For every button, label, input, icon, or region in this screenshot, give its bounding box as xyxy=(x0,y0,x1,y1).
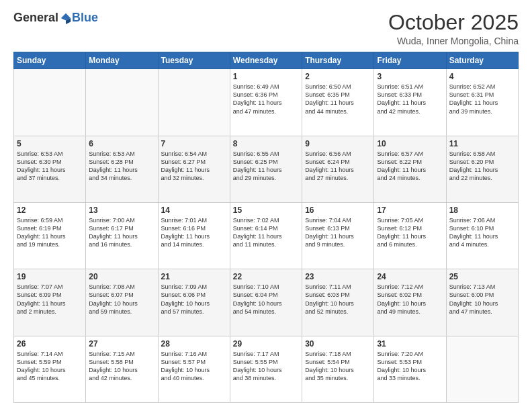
day-info: Sunrise: 7:11 AM Sunset: 6:03 PM Dayligh… xyxy=(305,283,371,316)
table-row: 7Sunrise: 6:54 AM Sunset: 6:27 PM Daylig… xyxy=(158,136,230,202)
table-row: 17Sunrise: 7:05 AM Sunset: 6:12 PM Dayli… xyxy=(374,202,446,269)
table-row: 1Sunrise: 6:49 AM Sunset: 6:36 PM Daylig… xyxy=(230,69,302,136)
table-row: 15Sunrise: 7:02 AM Sunset: 6:14 PM Dayli… xyxy=(230,202,302,269)
calendar-week-row-1: 5Sunrise: 6:53 AM Sunset: 6:30 PM Daylig… xyxy=(14,136,519,202)
table-row: 31Sunrise: 7:20 AM Sunset: 5:53 PM Dayli… xyxy=(374,336,446,402)
day-info: Sunrise: 7:13 AM Sunset: 6:00 PM Dayligh… xyxy=(449,283,515,316)
day-number: 6 xyxy=(89,139,154,148)
table-row: 27Sunrise: 7:15 AM Sunset: 5:58 PM Dayli… xyxy=(86,336,158,402)
table-row: 4Sunrise: 6:52 AM Sunset: 6:31 PM Daylig… xyxy=(446,69,518,136)
header-saturday: Saturday xyxy=(446,52,518,69)
day-info: Sunrise: 7:00 AM Sunset: 6:17 PM Dayligh… xyxy=(89,216,154,249)
table-row: 23Sunrise: 7:11 AM Sunset: 6:03 PM Dayli… xyxy=(302,269,374,336)
day-number: 24 xyxy=(377,272,443,281)
table-row: 24Sunrise: 7:12 AM Sunset: 6:02 PM Dayli… xyxy=(374,269,446,336)
table-row xyxy=(158,69,230,136)
table-row: 5Sunrise: 6:53 AM Sunset: 6:30 PM Daylig… xyxy=(14,136,86,202)
logo: General Blue xyxy=(13,11,98,25)
day-info: Sunrise: 7:06 AM Sunset: 6:10 PM Dayligh… xyxy=(449,216,515,249)
title-section: October 2025 Wuda, Inner Mongolia, China xyxy=(388,11,519,46)
day-number: 21 xyxy=(161,272,227,281)
day-number: 26 xyxy=(17,339,83,349)
table-row xyxy=(86,69,158,136)
table-row: 18Sunrise: 7:06 AM Sunset: 6:10 PM Dayli… xyxy=(446,202,518,269)
header-sunday: Sunday xyxy=(14,52,86,69)
calendar-week-row-4: 26Sunrise: 7:14 AM Sunset: 5:59 PM Dayli… xyxy=(14,336,519,402)
day-info: Sunrise: 7:18 AM Sunset: 5:54 PM Dayligh… xyxy=(305,350,371,383)
day-number: 16 xyxy=(305,205,371,215)
table-row: 13Sunrise: 7:00 AM Sunset: 6:17 PM Dayli… xyxy=(86,202,158,269)
header-thursday: Thursday xyxy=(302,52,374,69)
day-number: 7 xyxy=(161,139,227,148)
location-text: Wuda, Inner Mongolia, China xyxy=(388,36,519,46)
day-info: Sunrise: 7:10 AM Sunset: 6:04 PM Dayligh… xyxy=(233,283,299,316)
calendar-header-row: Sunday Monday Tuesday Wednesday Thursday… xyxy=(14,52,519,69)
calendar-week-row-3: 19Sunrise: 7:07 AM Sunset: 6:09 PM Dayli… xyxy=(14,269,519,336)
day-number: 9 xyxy=(305,139,371,148)
day-info: Sunrise: 6:52 AM Sunset: 6:31 PM Dayligh… xyxy=(449,83,515,116)
table-row: 11Sunrise: 6:58 AM Sunset: 6:20 PM Dayli… xyxy=(446,136,518,202)
table-row: 2Sunrise: 6:50 AM Sunset: 6:35 PM Daylig… xyxy=(302,69,374,136)
table-row: 8Sunrise: 6:55 AM Sunset: 6:25 PM Daylig… xyxy=(230,136,302,202)
day-number: 10 xyxy=(377,139,443,148)
table-row: 19Sunrise: 7:07 AM Sunset: 6:09 PM Dayli… xyxy=(14,269,86,336)
day-number: 27 xyxy=(89,339,154,349)
month-title: October 2025 xyxy=(388,11,519,34)
day-info: Sunrise: 6:53 AM Sunset: 6:30 PM Dayligh… xyxy=(17,150,83,183)
day-info: Sunrise: 6:56 AM Sunset: 6:24 PM Dayligh… xyxy=(305,150,371,183)
day-info: Sunrise: 7:09 AM Sunset: 6:06 PM Dayligh… xyxy=(161,283,227,316)
day-number: 29 xyxy=(233,339,299,349)
table-row: 22Sunrise: 7:10 AM Sunset: 6:04 PM Dayli… xyxy=(230,269,302,336)
table-row: 21Sunrise: 7:09 AM Sunset: 6:06 PM Dayli… xyxy=(158,269,230,336)
day-info: Sunrise: 6:53 AM Sunset: 6:28 PM Dayligh… xyxy=(89,150,154,183)
day-info: Sunrise: 7:08 AM Sunset: 6:07 PM Dayligh… xyxy=(89,283,154,316)
table-row: 9Sunrise: 6:56 AM Sunset: 6:24 PM Daylig… xyxy=(302,136,374,202)
table-row: 25Sunrise: 7:13 AM Sunset: 6:00 PM Dayli… xyxy=(446,269,518,336)
table-row: 6Sunrise: 6:53 AM Sunset: 6:28 PM Daylig… xyxy=(86,136,158,202)
day-info: Sunrise: 6:59 AM Sunset: 6:19 PM Dayligh… xyxy=(17,216,83,249)
day-number: 23 xyxy=(305,272,371,281)
table-row: 20Sunrise: 7:08 AM Sunset: 6:07 PM Dayli… xyxy=(86,269,158,336)
day-number: 3 xyxy=(377,72,443,81)
header-wednesday: Wednesday xyxy=(230,52,302,69)
day-info: Sunrise: 7:07 AM Sunset: 6:09 PM Dayligh… xyxy=(17,283,83,316)
table-row: 12Sunrise: 6:59 AM Sunset: 6:19 PM Dayli… xyxy=(14,202,86,269)
table-row: 26Sunrise: 7:14 AM Sunset: 5:59 PM Dayli… xyxy=(14,336,86,402)
logo-general-text: General xyxy=(13,11,58,25)
day-number: 8 xyxy=(233,139,299,148)
day-info: Sunrise: 7:12 AM Sunset: 6:02 PM Dayligh… xyxy=(377,283,443,316)
day-number: 12 xyxy=(17,205,83,215)
table-row: 16Sunrise: 7:04 AM Sunset: 6:13 PM Dayli… xyxy=(302,202,374,269)
logo-blue-text: Blue xyxy=(72,11,98,25)
table-row xyxy=(446,336,518,402)
day-number: 14 xyxy=(161,205,227,215)
day-number: 30 xyxy=(305,339,371,349)
day-number: 31 xyxy=(377,339,443,349)
day-number: 19 xyxy=(17,272,83,281)
logo-icon xyxy=(60,12,72,24)
day-number: 25 xyxy=(449,272,515,281)
table-row: 30Sunrise: 7:18 AM Sunset: 5:54 PM Dayli… xyxy=(302,336,374,402)
day-info: Sunrise: 7:04 AM Sunset: 6:13 PM Dayligh… xyxy=(305,216,371,249)
calendar-week-row-0: 1Sunrise: 6:49 AM Sunset: 6:36 PM Daylig… xyxy=(14,69,519,136)
day-info: Sunrise: 6:50 AM Sunset: 6:35 PM Dayligh… xyxy=(305,83,371,116)
day-number: 5 xyxy=(17,139,83,148)
day-number: 13 xyxy=(89,205,154,215)
header-friday: Friday xyxy=(374,52,446,69)
day-number: 1 xyxy=(233,72,299,81)
day-number: 2 xyxy=(305,72,371,81)
day-info: Sunrise: 7:02 AM Sunset: 6:14 PM Dayligh… xyxy=(233,216,299,249)
calendar-table: Sunday Monday Tuesday Wednesday Thursday… xyxy=(13,52,519,403)
day-info: Sunrise: 7:20 AM Sunset: 5:53 PM Dayligh… xyxy=(377,350,443,383)
day-number: 17 xyxy=(377,205,443,215)
day-info: Sunrise: 6:55 AM Sunset: 6:25 PM Dayligh… xyxy=(233,150,299,183)
table-row: 29Sunrise: 7:17 AM Sunset: 5:55 PM Dayli… xyxy=(230,336,302,402)
day-info: Sunrise: 6:58 AM Sunset: 6:20 PM Dayligh… xyxy=(449,150,515,183)
header-tuesday: Tuesday xyxy=(158,52,230,69)
header-monday: Monday xyxy=(86,52,158,69)
day-info: Sunrise: 6:51 AM Sunset: 6:33 PM Dayligh… xyxy=(377,83,443,116)
day-info: Sunrise: 7:01 AM Sunset: 6:16 PM Dayligh… xyxy=(161,216,227,249)
day-number: 22 xyxy=(233,272,299,281)
day-number: 4 xyxy=(449,72,515,81)
day-number: 15 xyxy=(233,205,299,215)
